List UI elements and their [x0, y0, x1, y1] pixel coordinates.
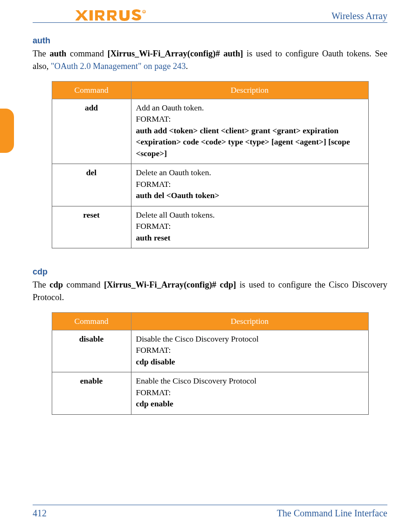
cmd-name: enable: [52, 372, 131, 415]
chapter-title: The Command Line Interface: [277, 508, 387, 519]
table-header-description: Description: [131, 81, 368, 99]
svg-rect-0: [90, 10, 93, 21]
xirrus-logo: R: [33, 9, 148, 21]
xref-oauth-management[interactable]: "OAuth 2.0 Management" on page 243: [51, 62, 186, 71]
side-tab: [0, 109, 14, 153]
auth-command-table: Command Description add Add an Oauth tok…: [52, 81, 369, 249]
cmd-desc: Delete an Oauth token. FORMAT: auth del …: [131, 164, 368, 206]
cmd-desc: Add an Oauth token. FORMAT: auth add <to…: [131, 99, 368, 164]
cdp-intro-paragraph: The cdp command [Xirrus_Wi-Fi_Array(conf…: [33, 279, 387, 304]
table-header-description: Description: [131, 312, 368, 330]
cmd-name: disable: [52, 330, 131, 372]
table-row: enable Enable the Cisco Discovery Protoc…: [52, 372, 368, 415]
cmd-desc: Delete all Oauth tokens. FORMAT: auth re…: [131, 206, 368, 248]
page-footer: 412 The Command Line Interface: [33, 505, 387, 519]
table-row: disable Disable the Cisco Discovery Prot…: [52, 330, 368, 372]
table-row: add Add an Oauth token. FORMAT: auth add…: [52, 99, 368, 164]
cmd-name: add: [52, 99, 131, 164]
cmd-desc: Disable the Cisco Discovery Protocol FOR…: [131, 330, 368, 372]
auth-intro-paragraph: The auth command [Xirrus_Wi-Fi_Array(con…: [33, 48, 387, 73]
section-heading-auth: auth: [33, 36, 387, 46]
header-product-name: Wireless Array: [331, 11, 387, 21]
page-header: R Wireless Array: [33, 9, 387, 23]
cmd-name: reset: [52, 206, 131, 248]
cmd-name: del: [52, 164, 131, 206]
table-row: del Delete an Oauth token. FORMAT: auth …: [52, 164, 368, 206]
table-header-command: Command: [52, 81, 131, 99]
cmd-desc: Enable the Cisco Discovery Protocol FORM…: [131, 372, 368, 415]
section-heading-cdp: cdp: [33, 267, 387, 277]
page-number: 412: [33, 508, 47, 519]
table-header-command: Command: [52, 312, 131, 330]
table-row: reset Delete all Oauth tokens. FORMAT: a…: [52, 206, 368, 248]
cdp-command-table: Command Description disable Disable the …: [52, 312, 369, 415]
